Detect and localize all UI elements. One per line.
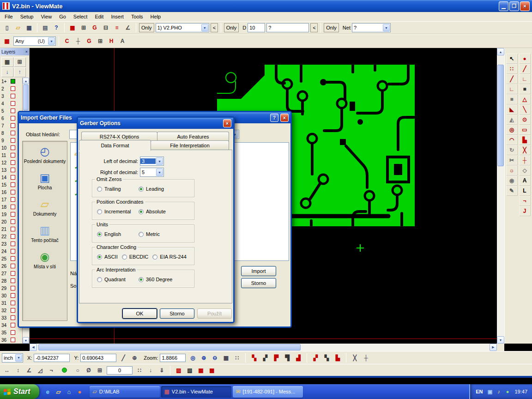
units-combo[interactable]: inch ▼: [2, 353, 23, 363]
rectangle-outline-icon[interactable]: ▭: [519, 125, 530, 134]
zoom-out-icon[interactable]: ⊖: [210, 353, 220, 363]
pan-mode-icon[interactable]: ┼: [361, 353, 371, 363]
clock[interactable]: 19:47: [514, 389, 527, 394]
double-grid-icon[interactable]: ⊞: [95, 36, 105, 46]
import-cancel-button[interactable]: Storno: [241, 278, 276, 288]
flash-pattern-icon[interactable]: ▟: [293, 353, 303, 363]
combo-arrow-icon[interactable]: ▼: [201, 24, 208, 31]
right-of-decimal-combo[interactable]: 5 ▼: [140, 168, 164, 177]
task-d-mlab[interactable]: ▱D:\MLAB: [90, 386, 160, 398]
diagonal-line-icon[interactable]: ╱: [519, 64, 530, 73]
gerber-cancel-button[interactable]: Storno: [160, 308, 194, 319]
radio-incremental[interactable]: Incremental: [97, 209, 139, 214]
active-layer-combo[interactable]: 1) V2.PHO ▼: [156, 23, 209, 32]
menu-select[interactable]: Select: [70, 13, 91, 20]
pattern-c-icon[interactable]: ▦: [196, 366, 206, 375]
layer-swap-icon[interactable]: ⊟: [101, 23, 111, 32]
layer-color-swatch[interactable]: [11, 123, 15, 128]
x-coordinate-field[interactable]: [34, 354, 70, 362]
aperture-filter-combo[interactable]: Any (U) ▼: [13, 36, 56, 46]
scroll-right-icon[interactable]: ▶: [490, 344, 497, 351]
swap-axes-icon[interactable]: ╳: [350, 353, 360, 363]
menu-help[interactable]: Help: [147, 13, 165, 20]
text-tool-icon[interactable]: A: [519, 175, 530, 185]
layer-row-4[interactable]: 4: [1, 100, 22, 107]
layer-color-swatch[interactable]: [11, 190, 15, 194]
import-close-button[interactable]: ×: [280, 114, 289, 122]
draw-line-icon[interactable]: ╱: [506, 74, 517, 84]
measure-diagonal-icon[interactable]: ╱: [118, 353, 128, 363]
gcode-icon[interactable]: G: [84, 36, 94, 46]
show-desktop-icon[interactable]: ⌂: [64, 387, 73, 396]
point-tool-icon[interactable]: ●: [519, 54, 530, 63]
arc-tool-icon[interactable]: ◠: [506, 135, 517, 145]
filled-rectangle-icon[interactable]: ■: [506, 94, 517, 104]
only-layer-toggle[interactable]: Only: [139, 23, 154, 32]
layer-color-swatch[interactable]: [11, 242, 15, 246]
grid-toggle-icon[interactable]: ▦: [221, 353, 231, 363]
aperture-list-icon[interactable]: ⊞: [79, 23, 89, 32]
menu-go[interactable]: Go: [55, 13, 70, 20]
left-of-decimal-combo[interactable]: 3 ▼: [140, 157, 164, 166]
net-list-icon[interactable]: ≡: [112, 23, 122, 32]
layer-color-swatch[interactable]: [11, 160, 15, 165]
menu-tools[interactable]: Tools: [127, 13, 147, 20]
layer-grid-icon[interactable]: ⊞: [14, 57, 25, 66]
layer-color-swatch[interactable]: [11, 256, 15, 261]
measure-angle-icon[interactable]: ∠: [24, 366, 34, 375]
bottom-pattern-icon[interactable]: ▞: [260, 353, 270, 363]
anchor-drop-icon[interactable]: ⇓: [157, 366, 167, 375]
scroll-down-icon[interactable]: ▼: [23, 337, 29, 344]
layer-color-swatch[interactable]: [11, 153, 15, 157]
layer-color-swatch[interactable]: [11, 293, 15, 298]
place-m-sta-v-s-ti[interactable]: ◉Místa v síti: [23, 247, 67, 273]
pattern-a-icon[interactable]: ▨: [174, 366, 184, 375]
triangle-outline-icon[interactable]: △: [519, 94, 530, 104]
plus-tool-icon[interactable]: ┼: [519, 155, 530, 165]
horizontal-scroll-track[interactable]: [37, 344, 490, 351]
layer-color-swatch[interactable]: [11, 234, 15, 239]
layer-color-swatch[interactable]: [11, 205, 15, 209]
pattern-b-icon[interactable]: ▧: [185, 366, 195, 375]
place-dokumenty[interactable]: ▱Dokumenty: [23, 194, 67, 220]
l-shape-icon[interactable]: L: [519, 186, 530, 195]
measure-corner-icon[interactable]: ¬: [46, 366, 56, 375]
layer-row-2[interactable]: 2: [1, 85, 22, 92]
layer-color-swatch[interactable]: [11, 338, 15, 342]
layers-panel-close-button[interactable]: ×: [25, 49, 28, 54]
whats-this-icon[interactable]: ?: [51, 23, 61, 32]
layer-color-swatch[interactable]: [11, 182, 15, 187]
menu-insert[interactable]: Insert: [107, 13, 127, 20]
dcode-field[interactable]: [248, 23, 265, 32]
round-aperture-icon[interactable]: ○: [73, 366, 83, 375]
menu-view[interactable]: View: [37, 13, 55, 20]
menu-edit[interactable]: Edit: [91, 13, 107, 20]
circle-aperture-icon[interactable]: C: [62, 36, 72, 46]
goto-dcode-icon[interactable]: G: [90, 23, 100, 32]
mirror-pattern-icon[interactable]: ▞: [310, 353, 320, 363]
step-shape-icon[interactable]: ▙: [519, 135, 530, 145]
layers-scroll-thumb[interactable]: [23, 85, 29, 110]
j-shape-icon[interactable]: J: [519, 206, 530, 216]
radio-absolute[interactable]: Absolute: [139, 209, 180, 214]
scroll-left-icon[interactable]: ◀: [30, 344, 37, 351]
horizontal-scroll-thumb[interactable]: [38, 344, 301, 351]
grid-value-field[interactable]: [107, 366, 133, 375]
pattern-d-icon[interactable]: ▩: [207, 366, 217, 375]
tab-data-format[interactable]: Data Format: [79, 140, 151, 151]
tray-volume-icon[interactable]: ♪: [495, 388, 502, 396]
tray-shield-icon[interactable]: ●: [503, 388, 511, 396]
grid-setting-icon[interactable]: ⊞: [95, 366, 105, 375]
layer-color-swatch[interactable]: [11, 227, 15, 231]
start-button[interactable]: Start: [0, 384, 39, 399]
mirror-tool-icon[interactable]: ◭: [506, 115, 517, 124]
layer-color-swatch[interactable]: [11, 278, 15, 283]
vertical-scrollbar[interactable]: ▲ ▼: [497, 48, 504, 344]
combo-arrow-icon[interactable]: ▼: [156, 157, 163, 165]
move-layer-down-icon[interactable]: ↓: [1, 67, 13, 77]
combo-arrow-icon[interactable]: ▼: [48, 37, 55, 45]
dot-grid-toggle-icon[interactable]: ∷: [232, 353, 242, 363]
layer-color-swatch[interactable]: [11, 286, 15, 290]
help-button[interactable]: ?: [270, 114, 278, 122]
y-coordinate-field[interactable]: [80, 354, 116, 362]
